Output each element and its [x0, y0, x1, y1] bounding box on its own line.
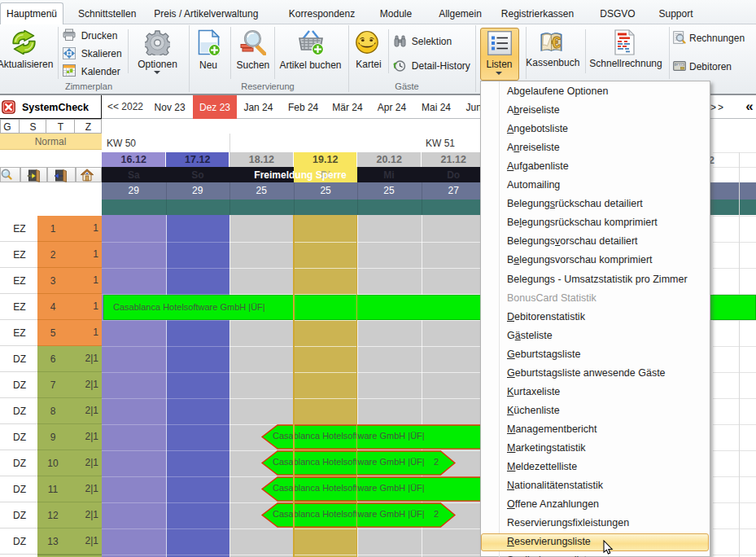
- svg-text:€: €: [552, 33, 561, 51]
- svg-text:CASH: CASH: [675, 63, 684, 66]
